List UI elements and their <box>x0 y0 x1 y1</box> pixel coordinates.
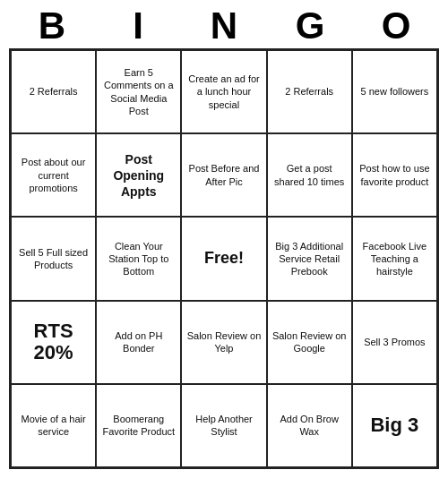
bingo-cell-18[interactable]: Salon Review on Google <box>267 301 352 384</box>
bingo-grid: 2 ReferralsEarn 5 Comments on a Social M… <box>9 48 439 469</box>
bingo-cell-2[interactable]: Create an ad for a lunch hour special <box>181 50 266 133</box>
bingo-cell-0[interactable]: 2 Referrals <box>11 50 96 133</box>
header-letter-o: O <box>357 7 435 45</box>
bingo-cell-21[interactable]: Boomerang Favorite Product <box>96 384 181 467</box>
bingo-cell-12[interactable]: Free! <box>181 217 266 300</box>
bingo-cell-3[interactable]: 2 Referrals <box>267 50 352 133</box>
bingo-cell-1[interactable]: Earn 5 Comments on a Social Media Post <box>96 50 181 133</box>
bingo-cell-7[interactable]: Post Before and After Pic <box>181 133 266 217</box>
bingo-cell-8[interactable]: Get a post shared 10 times <box>267 133 352 217</box>
header-letter-g: G <box>271 7 349 45</box>
bingo-cell-11[interactable]: Clean Your Station Top to Bottom <box>96 217 181 300</box>
bingo-cell-10[interactable]: Sell 5 Full sized Products <box>11 217 96 300</box>
header-letter-i: I <box>99 7 177 45</box>
bingo-cell-16[interactable]: Add on PH Bonder <box>96 301 181 384</box>
bingo-cell-9[interactable]: Post how to use favorite product <box>352 133 437 217</box>
header-letter-n: N <box>185 7 263 45</box>
bingo-cell-19[interactable]: Sell 3 Promos <box>352 301 437 384</box>
bingo-cell-14[interactable]: Facebook Live Teaching a hairstyle <box>352 217 437 300</box>
bingo-cell-24[interactable]: Big 3 <box>352 384 437 467</box>
bingo-cell-23[interactable]: Add On Brow Wax <box>267 384 352 467</box>
bingo-cell-22[interactable]: Help Another Stylist <box>181 384 266 467</box>
bingo-header: BINGO <box>9 0 439 48</box>
bingo-cell-13[interactable]: Big 3 Additional Service Retail Prebook <box>267 217 352 300</box>
bingo-cell-17[interactable]: Salon Review on Yelp <box>181 301 266 384</box>
bingo-cell-6[interactable]: Post Opening Appts <box>96 133 181 217</box>
bingo-cell-4[interactable]: 5 new followers <box>352 50 437 133</box>
bingo-cell-5[interactable]: Post about our current promotions <box>11 133 96 217</box>
header-letter-b: B <box>13 7 91 45</box>
bingo-cell-15[interactable]: RTS 20% <box>11 301 96 384</box>
bingo-cell-20[interactable]: Movie of a hair service <box>11 384 96 467</box>
